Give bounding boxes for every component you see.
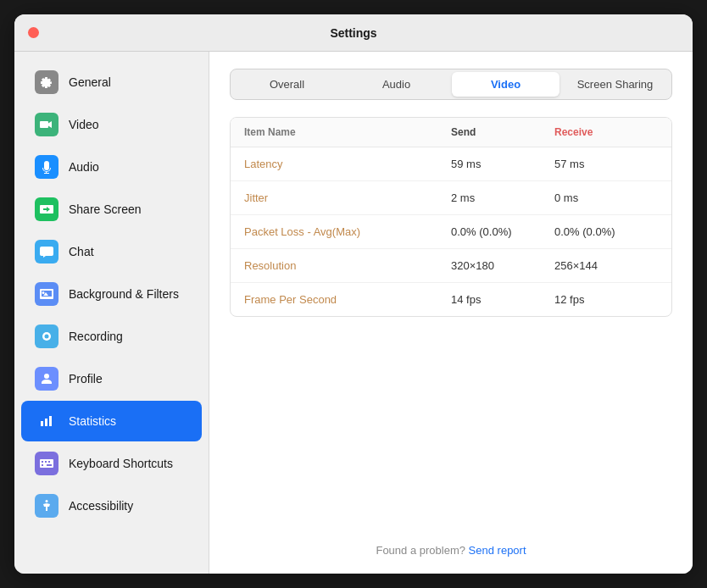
sidebar-item-accessibility[interactable]: Accessibility xyxy=(21,485,202,526)
sidebar-item-profile[interactable]: Profile xyxy=(21,358,202,399)
sidebar-item-statistics[interactable]: Statistics xyxy=(21,401,202,441)
sidebar-label-statistics: Statistics xyxy=(69,414,116,428)
row-jitter-name: Jitter xyxy=(244,191,451,204)
sidebar-label-recording: Recording xyxy=(69,330,123,343)
sidebar-item-video[interactable]: Video xyxy=(21,104,202,145)
svg-point-5 xyxy=(46,500,48,502)
row-resolution-receive: 256×144 xyxy=(554,259,658,272)
sidebar-label-general: General xyxy=(69,75,111,89)
settings-window: Settings General Video xyxy=(14,14,693,574)
main-content: Overall Audio Video Screen Sharing Item … xyxy=(209,52,693,574)
chat-icon xyxy=(35,240,58,263)
table-row: Resolution 320×180 256×144 xyxy=(231,249,671,283)
tab-bar: Overall Audio Video Screen Sharing xyxy=(230,69,672,100)
background-icon xyxy=(35,282,58,306)
row-packet-receive: 0.0% (0.0%) xyxy=(554,225,658,238)
sidebar-item-recording[interactable]: Recording xyxy=(21,316,202,357)
sidebar-label-accessibility: Accessibility xyxy=(69,499,133,513)
video-icon xyxy=(35,113,58,136)
statistics-icon xyxy=(35,409,58,433)
row-jitter-send: 2 ms xyxy=(451,191,554,204)
svg-point-1 xyxy=(45,335,49,339)
sidebar-label-audio: Audio xyxy=(69,160,99,174)
row-fps-send: 14 fps xyxy=(451,293,554,306)
row-packet-name: Packet Loss - Avg(Max) xyxy=(244,225,451,238)
tab-screen-sharing[interactable]: Screen Sharing xyxy=(561,72,669,97)
col-header-send: Send xyxy=(451,126,554,138)
row-latency-name: Latency xyxy=(244,158,451,170)
window-title: Settings xyxy=(330,26,376,40)
sidebar-label-background: Background & Filters xyxy=(69,287,179,301)
row-packet-send: 0.0% (0.0%) xyxy=(451,225,554,238)
close-button[interactable] xyxy=(28,27,39,38)
statistics-table: Item Name Send Receive Latency 59 ms 57 … xyxy=(230,117,672,317)
keyboard-icon xyxy=(35,452,58,475)
titlebar: Settings xyxy=(14,14,693,52)
share-screen-icon xyxy=(35,197,58,221)
col-header-receive: Receive xyxy=(554,126,658,138)
gear-icon xyxy=(35,70,58,94)
row-jitter-receive: 0 ms xyxy=(554,191,658,204)
content-area: General Video Audio xyxy=(14,52,693,574)
row-latency-send: 59 ms xyxy=(451,158,554,170)
sidebar-item-chat[interactable]: Chat xyxy=(21,231,202,272)
send-report-link[interactable]: Send report xyxy=(469,544,526,557)
sidebar-item-general[interactable]: General xyxy=(21,62,202,103)
sidebar-label-video: Video xyxy=(69,118,99,131)
accessibility-icon xyxy=(35,494,58,518)
tab-audio[interactable]: Audio xyxy=(342,72,450,97)
svg-rect-3 xyxy=(45,419,47,426)
recording-icon xyxy=(35,325,58,348)
col-header-name: Item Name xyxy=(244,126,451,138)
sidebar-label-chat: Chat xyxy=(69,245,94,258)
table-row: Latency 59 ms 57 ms xyxy=(231,147,671,181)
table-row: Jitter 2 ms 0 ms xyxy=(231,181,671,215)
sidebar-label-share-screen: Share Screen xyxy=(69,202,142,216)
table-header: Item Name Send Receive xyxy=(231,118,671,147)
profile-icon xyxy=(35,367,58,391)
row-resolution-send: 320×180 xyxy=(451,259,554,272)
footer: Found a problem? Send report xyxy=(230,524,672,557)
tab-overall[interactable]: Overall xyxy=(233,72,341,97)
row-fps-receive: 12 fps xyxy=(554,293,658,306)
footer-text: Found a problem? xyxy=(376,544,465,557)
sidebar-label-profile: Profile xyxy=(69,372,103,386)
sidebar-label-keyboard: Keyboard Shortcuts xyxy=(69,457,173,470)
sidebar-item-audio[interactable]: Audio xyxy=(21,147,202,187)
sidebar-item-keyboard[interactable]: Keyboard Shortcuts xyxy=(21,443,202,484)
sidebar-item-share-screen[interactable]: Share Screen xyxy=(21,189,202,230)
table-row: Frame Per Second 14 fps 12 fps xyxy=(231,283,671,316)
row-fps-name: Frame Per Second xyxy=(244,293,451,306)
sidebar-item-background[interactable]: Background & Filters xyxy=(21,274,202,314)
tab-video[interactable]: Video xyxy=(452,72,559,97)
row-latency-receive: 57 ms xyxy=(554,158,658,170)
sidebar: General Video Audio xyxy=(14,52,209,574)
svg-rect-2 xyxy=(41,421,43,426)
table-row: Packet Loss - Avg(Max) 0.0% (0.0%) 0.0% … xyxy=(231,215,671,249)
svg-rect-4 xyxy=(49,416,52,426)
row-resolution-name: Resolution xyxy=(244,259,451,272)
audio-icon xyxy=(35,155,58,179)
